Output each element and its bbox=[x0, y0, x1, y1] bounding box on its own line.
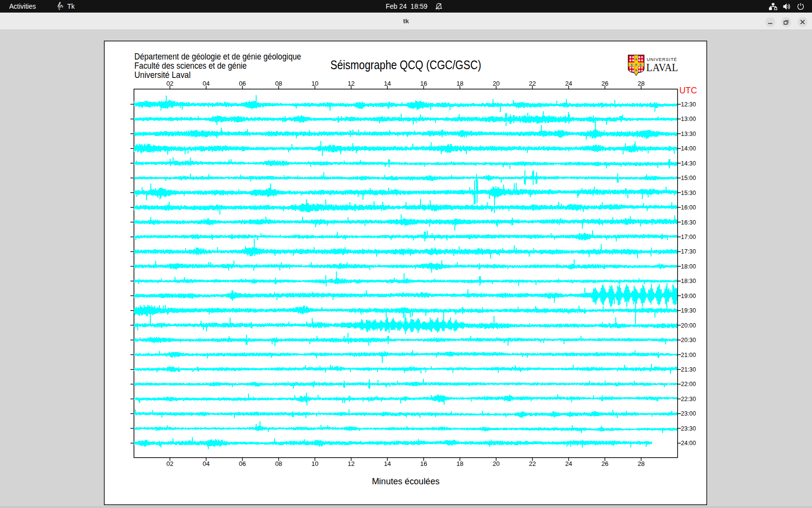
svg-text:Faculté des sciences et de gén: Faculté des sciences et de génie bbox=[134, 60, 247, 71]
svg-text:12: 12 bbox=[348, 461, 355, 467]
svg-text:19:00: 19:00 bbox=[681, 293, 696, 299]
svg-text:LAVAL: LAVAL bbox=[646, 61, 678, 74]
svg-text:04: 04 bbox=[203, 461, 210, 467]
svg-text:16: 16 bbox=[420, 80, 427, 87]
svg-text:22: 22 bbox=[529, 461, 536, 467]
svg-text:18:30: 18:30 bbox=[681, 278, 696, 284]
svg-text:10: 10 bbox=[311, 461, 319, 467]
svg-text:20: 20 bbox=[493, 461, 500, 467]
svg-text:26: 26 bbox=[601, 80, 609, 87]
svg-text:06: 06 bbox=[239, 80, 246, 87]
svg-text:21:00: 21:00 bbox=[681, 352, 696, 359]
svg-text:Université Laval: Université Laval bbox=[134, 70, 190, 80]
svg-text:12: 12 bbox=[348, 80, 355, 87]
svg-text:17:30: 17:30 bbox=[681, 248, 696, 255]
svg-text:14: 14 bbox=[384, 461, 391, 467]
svg-text:08: 08 bbox=[275, 80, 282, 87]
svg-text:13:00: 13:00 bbox=[681, 116, 696, 122]
svg-text:18:00: 18:00 bbox=[681, 263, 696, 270]
svg-text:20: 20 bbox=[493, 80, 500, 87]
svg-text:22:00: 22:00 bbox=[681, 381, 696, 388]
svg-text:23:30: 23:30 bbox=[681, 425, 696, 432]
svg-text:10: 10 bbox=[311, 80, 319, 87]
svg-text:04: 04 bbox=[203, 80, 210, 87]
svg-text:24:00: 24:00 bbox=[681, 440, 696, 447]
svg-text:26: 26 bbox=[601, 461, 609, 467]
svg-text:Minutes écoulées: Minutes écoulées bbox=[372, 477, 439, 486]
svg-text:16:30: 16:30 bbox=[681, 219, 696, 226]
svg-text:16: 16 bbox=[420, 461, 427, 467]
svg-text:14: 14 bbox=[384, 80, 391, 87]
svg-text:18: 18 bbox=[456, 461, 464, 467]
svg-text:20:00: 20:00 bbox=[681, 322, 696, 329]
svg-text:24: 24 bbox=[565, 80, 572, 87]
svg-text:02: 02 bbox=[166, 461, 174, 467]
svg-text:19:30: 19:30 bbox=[681, 307, 696, 314]
svg-text:15:00: 15:00 bbox=[681, 175, 696, 181]
svg-text:21:30: 21:30 bbox=[681, 366, 696, 373]
svg-text:Département de géologie et de: Département de géologie et de génie géol… bbox=[134, 51, 301, 61]
svg-text:02: 02 bbox=[166, 80, 174, 87]
svg-text:22:30: 22:30 bbox=[681, 396, 696, 403]
svg-text:06: 06 bbox=[239, 461, 246, 467]
svg-text:16:00: 16:00 bbox=[681, 204, 696, 211]
svg-text:22: 22 bbox=[529, 80, 536, 87]
svg-text:18: 18 bbox=[456, 80, 464, 87]
svg-text:08: 08 bbox=[275, 461, 282, 467]
svg-text:13:30: 13:30 bbox=[681, 131, 696, 137]
svg-text:23:00: 23:00 bbox=[681, 410, 696, 417]
svg-text:UTC: UTC bbox=[680, 85, 697, 95]
svg-text:17:00: 17:00 bbox=[681, 234, 696, 240]
svg-text:Séismographe QCQ (CGC/GSC): Séismographe QCQ (CGC/GSC) bbox=[331, 58, 481, 72]
svg-text:20:30: 20:30 bbox=[681, 337, 696, 344]
svg-text:28: 28 bbox=[638, 80, 645, 87]
svg-text:15:30: 15:30 bbox=[681, 190, 696, 196]
svg-text:14:00: 14:00 bbox=[681, 145, 696, 152]
svg-text:24: 24 bbox=[565, 461, 572, 467]
svg-text:28: 28 bbox=[638, 461, 645, 467]
svg-text:12:30: 12:30 bbox=[681, 101, 696, 108]
svg-text:14:30: 14:30 bbox=[681, 160, 696, 167]
